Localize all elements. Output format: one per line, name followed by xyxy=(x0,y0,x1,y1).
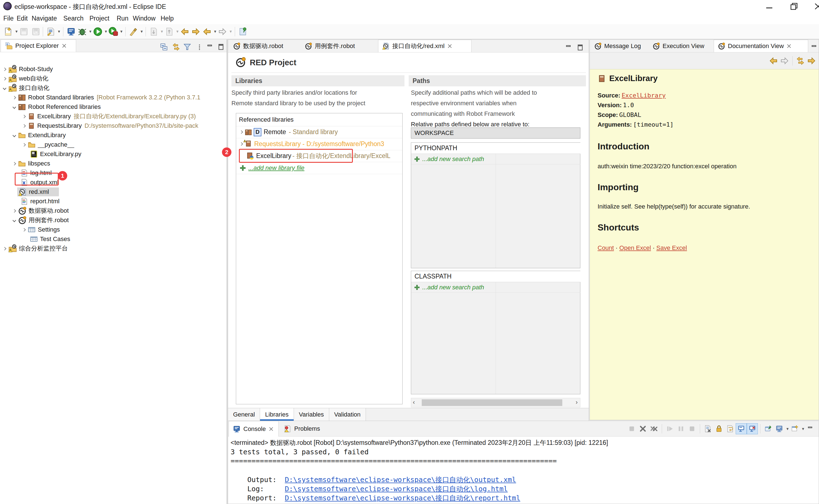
save-button[interactable] xyxy=(18,26,29,37)
page-tab-variables[interactable]: Variables xyxy=(294,408,329,421)
library-item-requestslibrary[interactable]: RequestsLibrary - D:/systemsoftware/Pyth… xyxy=(236,138,402,150)
run-dropdown-icon[interactable]: ▼ xyxy=(104,29,108,34)
page-tab-libraries[interactable]: Libraries xyxy=(260,408,294,421)
tree-item-red-xml[interactable]: red.xml xyxy=(0,187,227,197)
menu-run[interactable]: Run xyxy=(117,15,128,22)
minimize-view-icon[interactable] xyxy=(805,423,816,434)
editor-tab-testsuite[interactable]: 用例套件.robot xyxy=(301,40,369,52)
menu-navigate[interactable]: Navigate xyxy=(32,15,57,22)
close-view-icon[interactable] xyxy=(62,43,67,48)
show-on-stdout-toggle[interactable] xyxy=(736,423,747,434)
remove-launch-button[interactable] xyxy=(637,423,648,434)
next-annotation-dropdown-icon[interactable]: ▼ xyxy=(160,29,164,34)
forward-edit-location-button[interactable] xyxy=(190,26,201,37)
new-wizard-button[interactable] xyxy=(3,26,14,37)
tree-item-web-automation[interactable]: web自动化 xyxy=(0,74,227,83)
tree-item-libspecs[interactable]: libspecs xyxy=(0,159,227,168)
run-button[interactable] xyxy=(92,26,103,37)
report-link[interactable]: D:\systemsoftware\eclipse-workspace\接口自动… xyxy=(285,494,520,502)
forward-dropdown-icon[interactable]: ▼ xyxy=(229,29,232,34)
menu-window[interactable]: Window xyxy=(133,15,156,22)
forward-button[interactable] xyxy=(217,26,228,37)
launch-dropdown-icon[interactable]: ▼ xyxy=(57,29,61,34)
link-with-editor-button[interactable] xyxy=(171,41,182,52)
scrollbar-thumb[interactable] xyxy=(422,399,562,406)
paths-horizontal-scrollbar[interactable]: ‹ › xyxy=(411,398,580,407)
doc-back-button[interactable] xyxy=(768,55,779,66)
link-with-selection-button[interactable] xyxy=(795,55,806,66)
debug-button[interactable] xyxy=(77,26,88,37)
clean-button[interactable] xyxy=(128,26,139,37)
tree-item-report-html[interactable]: report.html xyxy=(0,197,227,206)
minimize-view-icon[interactable] xyxy=(809,42,819,53)
close-tab-icon[interactable] xyxy=(447,44,452,49)
maximize-view-icon[interactable] xyxy=(215,41,227,52)
scroll-left-icon[interactable]: ‹ xyxy=(413,399,415,406)
display-console-dropdown-icon[interactable]: ▼ xyxy=(786,427,789,431)
relative-to-combo[interactable]: WORKSPACE xyxy=(411,127,580,139)
menu-file[interactable]: File xyxy=(3,15,14,22)
shortcut-save-excel-link[interactable]: Save Excel xyxy=(657,244,687,251)
menu-edit[interactable]: Edit xyxy=(17,15,28,22)
tree-item-analysis-platform[interactable]: 综合分析监控平台 xyxy=(0,244,227,253)
menu-search[interactable]: Search xyxy=(63,15,84,22)
open-console-dropdown-icon[interactable]: ▼ xyxy=(801,427,805,431)
close-tab-icon[interactable] xyxy=(787,44,792,49)
collapse-all-button[interactable] xyxy=(158,41,169,52)
page-tab-validation[interactable]: Validation xyxy=(329,408,366,421)
tree-item-robot-study[interactable]: Robot-Study xyxy=(0,64,227,74)
add-new-library-file[interactable]: ...add new library file xyxy=(236,162,402,174)
page-tab-general[interactable]: General xyxy=(228,408,260,421)
save-all-button[interactable] xyxy=(29,26,41,37)
close-tab-icon[interactable] xyxy=(269,427,274,432)
tree-item-test-cases[interactable]: Test Cases xyxy=(0,234,227,244)
pin-console-button[interactable] xyxy=(763,423,774,434)
last-edit-location-button[interactable] xyxy=(179,26,190,37)
terminate-button[interactable] xyxy=(626,423,637,434)
maximize-editor-icon[interactable] xyxy=(575,42,586,53)
doc-forward-button[interactable] xyxy=(779,55,790,66)
view-menu-icon[interactable] xyxy=(194,41,205,52)
next-annotation-button[interactable] xyxy=(148,26,159,37)
editor-tab-red-xml[interactable]: 接口自动化/red.xml xyxy=(378,40,472,52)
classpath-add-search-path[interactable]: ...add new search path xyxy=(411,282,580,293)
menu-help[interactable]: Help xyxy=(161,15,174,22)
tree-item-api-automation[interactable]: 接口自动化 xyxy=(0,83,227,93)
pythonpath-add-search-path[interactable]: ...add new search path xyxy=(411,154,580,164)
shortcut-count-link[interactable]: Count xyxy=(598,244,614,251)
tree-item-excellibrary-lib[interactable]: ExcelLibrary接口自动化/ExtendLibrary/ExcelLib… xyxy=(0,112,227,121)
source-link[interactable]: ExcelLibrary xyxy=(622,92,666,99)
menu-project[interactable]: Project xyxy=(89,15,109,22)
resume-button[interactable] xyxy=(664,423,675,434)
tree-item-testsuite-robot[interactable]: 用例套件.robot xyxy=(0,215,227,225)
previous-annotation-dropdown-icon[interactable]: ▼ xyxy=(176,29,179,34)
restore-window-icon[interactable] xyxy=(790,2,799,11)
project-explorer-tab[interactable]: Project Explorer xyxy=(1,39,76,52)
tree-item-robot-referenced-libraries[interactable]: Robot Referenced libraries xyxy=(0,102,227,112)
terminate-2-button[interactable] xyxy=(687,423,698,434)
clean-dropdown-icon[interactable]: ▼ xyxy=(140,29,143,34)
run-report-dropdown-icon[interactable]: ▼ xyxy=(120,29,123,34)
tree-item-robot-standard-libraries[interactable]: Robot Standard libraries[Robot Framework… xyxy=(0,93,227,102)
tab-console[interactable]: Console xyxy=(229,421,279,437)
filter-button[interactable] xyxy=(182,41,193,52)
display-console-button[interactable] xyxy=(774,423,785,434)
remove-all-terminated-button[interactable] xyxy=(648,423,660,434)
tree-item-requestslibrary-lib[interactable]: RequestsLibraryD:/systemsoftware/Python3… xyxy=(0,121,227,131)
minimize-window-icon[interactable] xyxy=(765,3,774,10)
back-button[interactable] xyxy=(201,26,212,37)
library-item-remote[interactable]: D Remote - Standard library xyxy=(236,126,402,138)
shortcut-open-excel-link[interactable]: Open Excel xyxy=(619,244,651,251)
pin-editor-button[interactable] xyxy=(237,26,248,37)
tree-item-settings[interactable]: Settings xyxy=(0,225,227,234)
open-console-button[interactable] xyxy=(789,423,800,434)
new-dropdown-icon[interactable]: ▼ xyxy=(15,29,18,34)
previous-annotation-button[interactable] xyxy=(164,26,175,37)
new-launch-config-button[interactable] xyxy=(45,26,56,37)
suspend-button[interactable] xyxy=(675,423,687,434)
tab-problems[interactable]: Problems xyxy=(280,421,330,437)
show-source-view-button[interactable] xyxy=(66,26,77,37)
tree-item-pycache[interactable]: __pycache__ xyxy=(0,140,227,149)
tab-documentation-view[interactable]: Documentation View xyxy=(714,40,808,52)
tree-item-data-driven-robot[interactable]: 数据驱动.robot xyxy=(0,206,227,215)
